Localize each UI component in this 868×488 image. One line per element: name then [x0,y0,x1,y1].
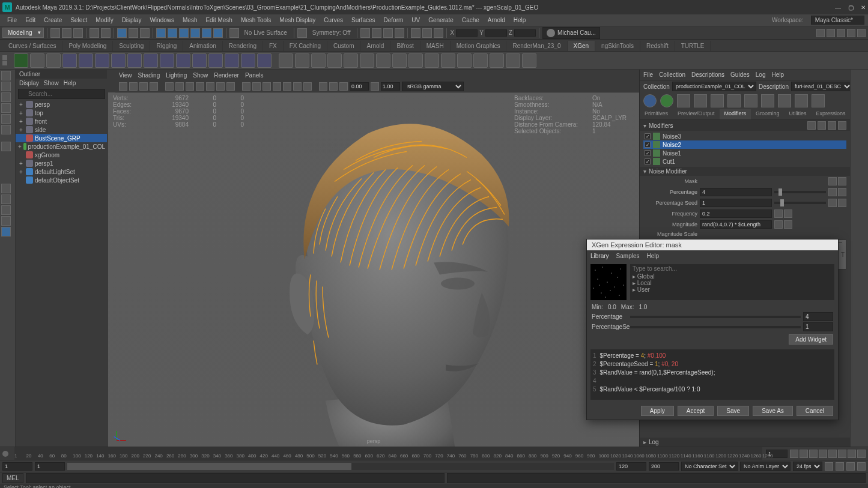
twisty-icon[interactable]: + [18,110,24,116]
vp-menu-lighting[interactable]: Lighting [166,72,187,79]
groom-brush4-icon[interactable] [327,53,342,68]
toggle-guide-icon[interactable] [711,94,724,107]
xed-tab-samples[interactable]: Samples [616,253,640,259]
vp-image-plane-icon[interactable] [139,82,148,91]
goto-end-icon[interactable] [857,450,866,458]
snap-grid-icon[interactable] [156,28,166,38]
vp-2d-icon[interactable] [150,82,158,91]
vp-resolution-gate-icon[interactable] [186,82,194,91]
menu-curves[interactable]: Curves [320,16,347,25]
groom-brush3-icon[interactable] [311,53,326,68]
xed-tab-help[interactable]: Help [646,253,659,259]
xgen-menu-guides[interactable]: Guides [730,71,750,78]
percentage-slider[interactable] [774,191,826,193]
redo-icon[interactable] [101,28,111,38]
groom-brush15-icon[interactable] [506,53,520,68]
groom-brush9-icon[interactable] [408,53,423,68]
vp-field-chart-icon[interactable] [206,82,214,91]
groom-brush7-icon[interactable] [376,53,390,68]
groom-brush6-icon[interactable] [360,53,374,68]
outliner-item[interactable]: +persp [16,100,108,109]
expression-code[interactable]: 1$Percentage = 4; #0,1002$PercentageSeed… [590,349,834,400]
groom-brush11-icon[interactable] [441,53,455,68]
maximize-button[interactable]: ▢ [848,4,854,11]
paint-select-tool-icon[interactable] [1,92,11,102]
groom-brush16-icon[interactable] [522,53,536,68]
shelf-tab-motion-graphics[interactable]: Motion Graphics [451,41,507,51]
tree-node[interactable]: ▸ Global [633,273,832,280]
range-end-outer[interactable] [649,462,679,471]
modifier-item[interactable]: ✓Cut1 [643,157,846,166]
outliner-menu-show[interactable]: Show [44,80,59,86]
pseed-expr-icon[interactable] [828,199,837,207]
xuv-icon[interactable] [727,94,741,107]
twisty-icon[interactable]: + [18,169,24,175]
mod-refresh-icon[interactable] [838,121,846,130]
vp-smooth-shade-icon[interactable] [252,82,261,91]
checkbox-icon[interactable]: ✓ [645,150,651,156]
vp-isolate-icon[interactable] [283,82,291,91]
accept-button[interactable]: Accept [678,406,714,416]
menu-arnold[interactable]: Arnold [484,16,509,25]
goto-start-icon[interactable] [790,450,798,458]
xgen-create-icon[interactable] [14,53,28,68]
playback-loop-icon[interactable] [836,462,844,471]
outliner-item[interactable]: +front [16,117,108,125]
workspace-select[interactable]: Maya Classic* [811,16,864,25]
xgen-tab-expressions[interactable]: Expressions [812,109,851,119]
vp-clip-icon[interactable] [371,82,379,91]
shelf-tab-mash[interactable]: MASH [420,41,451,51]
sculpt-guide-icon[interactable] [694,94,707,107]
mode-select[interactable]: Modeling [2,28,44,38]
time-slider[interactable]: 1204060801001201401601802002202402602803… [0,447,868,460]
vp-menu-view[interactable]: View [119,72,132,79]
open-scene-icon[interactable] [62,28,71,38]
play-back-icon[interactable] [819,450,827,458]
shelf-tab-turtle[interactable]: TURTLE [675,41,711,51]
preview-clear-icon[interactable] [660,94,673,107]
guide-extend-icon[interactable] [176,53,190,68]
twisty-icon[interactable]: + [18,160,24,167]
tree-node[interactable]: ▸ Local [633,280,832,286]
step-back-key-icon[interactable] [800,450,808,458]
outliner-menu-help[interactable]: Help [64,80,76,86]
percentage-seed-input[interactable] [700,199,772,207]
guide-cut-icon[interactable] [160,53,174,68]
vp-view-transform-icon[interactable] [339,82,348,91]
minimize-button[interactable]: — [835,4,841,11]
vp-menu-renderer[interactable]: Renderer [214,72,239,79]
mask-menu-icon[interactable] [838,177,846,185]
transfer-icon[interactable] [795,94,808,107]
snap-live-icon[interactable] [213,28,223,38]
anim-layer-select[interactable]: No Anim Layer [740,462,791,471]
magnitude-input[interactable] [700,220,772,229]
vp-near-input[interactable] [350,82,369,91]
scale-tool-icon[interactable] [1,125,11,134]
twisty-icon[interactable]: + [18,143,22,150]
vp-colorspace-select[interactable]: sRGB gamma [402,82,464,91]
param-value[interactable]: 4 [803,312,833,321]
groom-brush13-icon[interactable] [473,53,488,68]
menu-display[interactable]: Display [118,16,145,25]
shelf-tab-ngskintools[interactable]: ngSkinTools [595,41,640,51]
channelbox-toggle-icon[interactable] [837,29,845,37]
shelf-tab-sculpting[interactable]: Sculpting [113,41,150,51]
param-value[interactable]: 1 [803,322,833,331]
modifier-item[interactable]: ✓Noise3 [643,132,846,140]
vp-xray-joints-icon[interactable] [303,82,312,91]
mod-add-icon[interactable] [828,121,836,130]
snap-point-icon[interactable] [179,28,189,38]
cancel-button[interactable]: Cancel [797,406,833,416]
xgen-menu-help[interactable]: Help [771,71,784,78]
xgen-tab-grooming[interactable]: Grooming [751,109,785,119]
outliner-item[interactable]: xgGroom [16,151,108,159]
shelf-tab-rigging[interactable]: Rigging [150,41,183,51]
guide-noise-icon[interactable] [208,53,223,68]
menu-cache[interactable]: Cache [458,16,483,25]
menu-edit-mesh[interactable]: Edit Mesh [202,16,235,25]
xgen-menu-collection[interactable]: Collection [659,71,685,78]
frequency-input[interactable] [700,209,772,218]
step-forward-key-icon[interactable] [848,450,856,458]
vp-menu-panels[interactable]: Panels [245,72,264,79]
percentage-menu-icon[interactable] [838,188,846,196]
